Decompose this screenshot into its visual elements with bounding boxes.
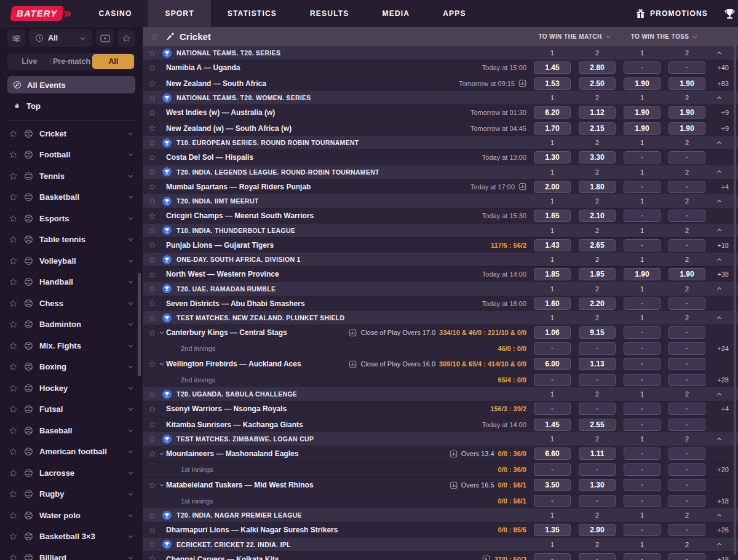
favorite-star-icon[interactable] bbox=[9, 532, 18, 541]
sidebar-item-chess[interactable]: Chess bbox=[7, 293, 135, 314]
odds-button[interactable]: - bbox=[669, 181, 705, 193]
favorite-star-icon[interactable] bbox=[9, 426, 18, 435]
favorite-star-icon[interactable] bbox=[146, 168, 157, 176]
favorite-star-icon[interactable] bbox=[9, 489, 18, 499]
nav-item-casino[interactable]: CASINO bbox=[82, 0, 149, 27]
favorite-star-icon[interactable] bbox=[146, 329, 157, 337]
league-header-row[interactable]: TEST MATCHES. NEW ZEALAND. PLUNKET SHIEL… bbox=[143, 311, 738, 325]
favorite-star-icon[interactable] bbox=[149, 33, 160, 41]
odds-button[interactable]: 6.60 bbox=[534, 448, 571, 460]
odds-button[interactable]: - bbox=[579, 463, 616, 476]
event-row[interactable]: Matabeleland Tuskers — Mid West Rhinos O… bbox=[143, 477, 738, 493]
odds-button[interactable]: - bbox=[669, 463, 705, 476]
odds-button[interactable]: - bbox=[624, 239, 661, 251]
favorite-star-icon[interactable] bbox=[9, 320, 18, 329]
odds-button[interactable]: - bbox=[534, 403, 571, 415]
favorite-star-icon[interactable] bbox=[146, 64, 157, 72]
odds-button[interactable]: 1.90 bbox=[624, 106, 661, 119]
odds-button[interactable]: 1.43 bbox=[534, 239, 571, 251]
promotions-button[interactable]: PROMOTIONS bbox=[636, 9, 708, 18]
favorite-star-icon[interactable] bbox=[9, 341, 18, 350]
all-events-item[interactable]: All Events bbox=[7, 76, 135, 93]
statistics-icon[interactable] bbox=[349, 360, 357, 368]
sidebar-item-rugby[interactable]: Rugby bbox=[7, 484, 135, 505]
event-row[interactable]: Kitamba Sunrisers — Kachanga Giants Toda… bbox=[143, 417, 738, 433]
collapse-chevron-icon[interactable] bbox=[716, 391, 723, 398]
favorite-star-icon[interactable] bbox=[146, 226, 157, 234]
odds-button[interactable]: 1.45 bbox=[534, 61, 571, 74]
collapse-chevron-icon[interactable] bbox=[716, 285, 723, 292]
odds-button[interactable]: - bbox=[669, 239, 705, 251]
odds-button[interactable]: 1.35 bbox=[534, 524, 571, 536]
odds-button[interactable]: - bbox=[624, 210, 661, 222]
statistics-icon[interactable] bbox=[450, 481, 458, 489]
odds-button[interactable]: - bbox=[669, 495, 705, 507]
favorite-star-icon[interactable] bbox=[146, 94, 157, 102]
event-row[interactable]: Dharmapuri Lions — Kalki Nagar Suresh St… bbox=[143, 522, 738, 538]
sidebar-item-boxing[interactable]: Boxing bbox=[7, 357, 135, 378]
odds-button[interactable]: 1.85 bbox=[534, 268, 571, 280]
innings-sub-row[interactable]: 2nd innings 65/4 : 0/0 ---- +28 bbox=[143, 372, 738, 388]
odds-button[interactable]: 1.06 bbox=[534, 326, 571, 339]
odds-button[interactable]: 2.15 bbox=[579, 122, 616, 135]
favorite-star-icon[interactable] bbox=[9, 299, 18, 308]
odds-button[interactable]: - bbox=[624, 181, 661, 193]
favorite-star-icon[interactable] bbox=[146, 511, 157, 519]
favorite-star-icon[interactable] bbox=[146, 314, 157, 322]
odds-button[interactable]: - bbox=[624, 524, 661, 536]
sidebar-scrollbar[interactable] bbox=[138, 273, 141, 376]
sidebar-item-handball[interactable]: Handball bbox=[7, 272, 135, 293]
event-row[interactable]: Ssenyi Warriors — Nsonga Royals 156/3 : … bbox=[143, 401, 738, 417]
odds-button[interactable]: 2.65 bbox=[579, 239, 616, 251]
odds-button[interactable]: - bbox=[624, 374, 661, 386]
sidebar-item-football[interactable]: Football bbox=[7, 144, 135, 166]
odds-button[interactable]: 1.90 bbox=[624, 122, 661, 135]
event-row[interactable]: Canterbury Kings — Central Stags Close o… bbox=[143, 325, 738, 341]
odds-button[interactable]: - bbox=[534, 374, 571, 386]
collapse-chevron-icon[interactable] bbox=[716, 227, 723, 234]
favorite-star-icon[interactable] bbox=[9, 214, 18, 223]
odds-button[interactable]: 1.90 bbox=[624, 77, 661, 90]
favorite-star-icon[interactable] bbox=[146, 390, 157, 398]
expand-chevron-icon[interactable] bbox=[157, 482, 166, 488]
odds-button[interactable]: 1.70 bbox=[534, 122, 571, 135]
league-header-row[interactable]: NATIONAL TEAMS. T20. SERIES 1212 bbox=[143, 46, 738, 60]
statistics-icon[interactable] bbox=[349, 329, 357, 337]
innings-sub-row[interactable]: 1st innings 0/0 : 36/0 ---- +20 bbox=[143, 462, 738, 478]
sidebar-item-basketball[interactable]: Basketball bbox=[7, 187, 135, 208]
league-header-row[interactable]: ECRICKET. CRICKET 22. INDIA. IPL 1212 bbox=[143, 538, 738, 551]
sidebar-item-table-tennis[interactable]: Table tennis bbox=[7, 229, 135, 251]
odds-button[interactable]: - bbox=[669, 342, 705, 355]
league-header-row[interactable]: T20. INDIA. IIMT MEERUT 1212 bbox=[143, 194, 738, 208]
event-row[interactable]: Namibia A — Uganda Today at 15:00 1.452.… bbox=[143, 60, 738, 76]
sidebar-item-hockey[interactable]: Hockey bbox=[7, 377, 135, 399]
nav-item-apps[interactable]: APPS bbox=[426, 0, 482, 27]
nav-item-statistics[interactable]: STATISTICS bbox=[211, 0, 293, 27]
odds-button[interactable]: - bbox=[669, 524, 705, 536]
odds-button[interactable]: 6.20 bbox=[534, 106, 571, 119]
collapse-chevron-icon[interactable] bbox=[716, 512, 723, 519]
odds-button[interactable]: 1.30 bbox=[534, 151, 571, 164]
collapse-chevron-icon[interactable] bbox=[716, 95, 723, 101]
favorite-star-icon[interactable] bbox=[146, 285, 157, 293]
favorite-star-icon[interactable] bbox=[146, 79, 157, 87]
favorite-star-icon[interactable] bbox=[9, 192, 18, 202]
favorite-star-icon[interactable] bbox=[146, 139, 157, 147]
odds-button[interactable]: 2.20 bbox=[579, 298, 616, 310]
main-scrollbar[interactable] bbox=[734, 35, 736, 555]
favorite-star-icon[interactable] bbox=[9, 553, 18, 560]
favorite-star-icon[interactable] bbox=[146, 124, 157, 132]
odds-button[interactable]: - bbox=[534, 495, 571, 507]
market-dropdown-to-win-the-toss[interactable]: TO WIN THE TOSS bbox=[624, 33, 705, 40]
odds-button[interactable]: 1.90 bbox=[669, 77, 705, 90]
streams-filter-button[interactable] bbox=[96, 30, 114, 47]
odds-button[interactable]: 2.10 bbox=[579, 210, 616, 222]
statistics-icon[interactable] bbox=[518, 79, 526, 87]
event-row[interactable]: Chennai Carvers — Kolkata Kits 37/0 : 50… bbox=[143, 551, 738, 560]
statistics-icon[interactable] bbox=[450, 450, 458, 458]
favorite-star-icon[interactable] bbox=[9, 277, 18, 286]
event-row[interactable]: Seven Districts — Abu Dhabi Smashers Tod… bbox=[143, 296, 738, 312]
odds-button[interactable]: - bbox=[669, 298, 705, 310]
league-header-row[interactable]: T10. INDIA. THUNDERBOLT LEAGUE 1212 bbox=[143, 224, 738, 237]
favorite-star-icon[interactable] bbox=[146, 299, 157, 307]
